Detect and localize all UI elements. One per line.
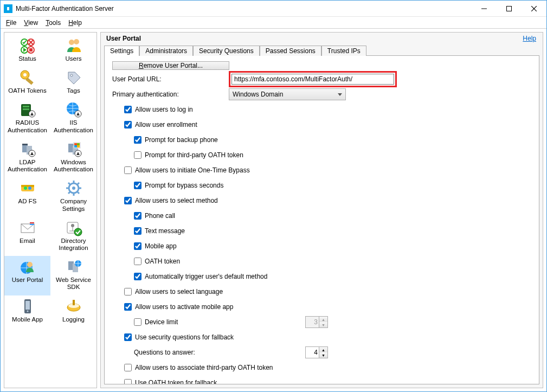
svg-rect-37 xyxy=(77,143,80,145)
svg-point-45 xyxy=(28,187,31,190)
sidebar-item-oath-tokens[interactable]: OATH Tokens xyxy=(4,67,50,99)
menubar: File View Tools Help xyxy=(1,17,546,29)
user-portal-url-input[interactable] xyxy=(231,74,394,85)
allow-enroll-checkbox[interactable]: Allow user enrollment xyxy=(112,119,531,131)
minimize-button[interactable] xyxy=(472,1,497,16)
tags-icon xyxy=(65,69,82,86)
svg-line-52 xyxy=(68,183,70,184)
url-highlight-box xyxy=(229,71,397,87)
tab-security-questions[interactable]: Security Questions xyxy=(193,46,260,56)
svg-rect-57 xyxy=(30,222,34,223)
windows-auth-icon xyxy=(65,140,82,158)
prompt-backup-checkbox[interactable]: Prompt for backup phone xyxy=(112,134,531,146)
logging-icon xyxy=(65,298,82,315)
mobile-app-icon xyxy=(19,298,36,315)
sidebar-item-email[interactable]: Email xyxy=(4,217,50,256)
sidebar-item-label: Tags xyxy=(67,87,80,94)
sidebar-item-radius-auth[interactable]: RADIUS Authentication xyxy=(4,99,50,138)
maximize-button[interactable] xyxy=(497,1,522,16)
tabset: SettingsAdministratorsSecurity Questions… xyxy=(101,43,543,55)
sidebar-item-label: Status xyxy=(18,55,36,62)
device-limit-row: Device limit 3 ▲▼ xyxy=(112,316,531,328)
menu-tools[interactable]: Tools xyxy=(46,19,61,27)
sidebar-item-logging[interactable]: Logging xyxy=(50,295,96,327)
svg-rect-70 xyxy=(25,301,30,310)
sidebar-item-adfs[interactable]: AD FS xyxy=(4,177,50,216)
sidebar-item-label: IIS Authentication xyxy=(52,119,95,133)
text-msg-checkbox[interactable]: Text message xyxy=(112,225,531,237)
sidebar-item-label: Mobile App xyxy=(12,316,43,323)
ldap-auth-icon xyxy=(19,140,36,158)
sidebar-item-status[interactable]: Status xyxy=(4,35,50,67)
svg-line-53 xyxy=(78,192,79,194)
menu-help[interactable]: Help xyxy=(68,19,82,27)
primary-auth-label: Primary authentication: xyxy=(112,91,223,98)
close-button[interactable] xyxy=(522,1,546,16)
svg-rect-18 xyxy=(25,78,34,85)
assoc-oath-checkbox[interactable]: Allow users to associate third-party OAT… xyxy=(112,362,531,374)
window-title: Multi-Factor Authentication Server xyxy=(16,5,472,12)
svg-line-54 xyxy=(78,183,79,184)
allow-login-checkbox[interactable]: Allow users to log in xyxy=(112,104,531,115)
prompt-bypass-sec-checkbox[interactable]: Prompt for bypass seconds xyxy=(112,179,531,191)
prompt-oath-checkbox[interactable]: Prompt for third-party OATH token xyxy=(112,149,531,161)
sidebar-item-directory-integration[interactable]: Directory Integration xyxy=(50,217,96,256)
tab-administrators[interactable]: Administrators xyxy=(139,46,193,56)
web-service-sdk-icon xyxy=(65,258,82,275)
allow-method-checkbox[interactable]: Allow users to select method xyxy=(112,195,531,207)
titlebar: Multi-Factor Authentication Server xyxy=(1,1,546,17)
svg-point-44 xyxy=(24,187,27,190)
svg-rect-58 xyxy=(30,224,34,225)
svg-rect-22 xyxy=(23,108,29,110)
tab-trusted-ips[interactable]: Trusted IPs xyxy=(321,46,366,56)
menu-view[interactable]: View xyxy=(24,19,38,27)
allow-bypass-checkbox[interactable]: Allow users to initiate One-Time Bypass xyxy=(112,164,531,176)
svg-point-14 xyxy=(69,40,74,45)
radius-auth-icon xyxy=(19,101,36,118)
device-limit-spinner: 3 ▲▼ xyxy=(305,316,328,328)
svg-point-60 xyxy=(71,224,74,227)
sidebar-item-label: Company Settings xyxy=(52,198,95,212)
allow-activate-checkbox[interactable]: Allow users to activate mobile app xyxy=(112,301,531,313)
device-limit-checkbox[interactable] xyxy=(134,318,141,326)
svg-marker-11 xyxy=(23,48,27,52)
phone-call-checkbox[interactable]: Phone call xyxy=(112,210,531,222)
user-portal-icon xyxy=(19,258,36,275)
remove-user-portal-button[interactable]: Remove User Portal... xyxy=(112,61,229,70)
sidebar-item-mobile-app[interactable]: Mobile App xyxy=(4,295,50,327)
tab-body-settings: Remove User Portal... User Portal URL: P… xyxy=(104,55,539,384)
sidebar-item-web-service-sdk[interactable]: Web Service SDK xyxy=(50,256,96,295)
sidebar-item-label: Email xyxy=(20,237,35,245)
allow-lang-checkbox[interactable]: Allow users to select language xyxy=(112,286,531,298)
page-title: User Portal xyxy=(106,35,523,42)
sidebar-item-company-settings[interactable]: Company Settings xyxy=(50,177,96,216)
sidebar-item-label: LDAP Authentication xyxy=(5,159,49,173)
sidebar-item-user-portal[interactable]: User Portal xyxy=(4,256,50,295)
sidebar-item-windows-auth[interactable]: Windows Authentication xyxy=(50,138,96,177)
menu-file[interactable]: File xyxy=(6,19,16,27)
svg-rect-1 xyxy=(7,7,9,10)
sidebar-item-label: Windows Authentication xyxy=(52,159,95,173)
sidebar-item-label: Users xyxy=(65,55,81,62)
svg-point-17 xyxy=(23,73,27,76)
tab-settings[interactable]: Settings xyxy=(104,46,139,56)
svg-rect-21 xyxy=(23,106,29,107)
oath-fallback-checkbox[interactable]: Use OATH token for fallback xyxy=(112,377,531,384)
svg-point-63 xyxy=(74,228,82,236)
svg-rect-38 xyxy=(74,145,77,147)
sidebar-item-iis-auth[interactable]: IIS Authentication xyxy=(50,99,96,138)
sidebar-item-users[interactable]: Users xyxy=(50,35,96,67)
sidebar-item-label: AD FS xyxy=(18,198,37,205)
sidebar-item-ldap-auth[interactable]: LDAP Authentication xyxy=(4,138,50,177)
primary-auth-select[interactable]: Windows Domain xyxy=(229,88,346,100)
sidebar-item-label: RADIUS Authentication xyxy=(5,119,49,133)
questions-answer-spinner[interactable]: 4 ▲▼ xyxy=(305,346,328,358)
mobile-app-checkbox[interactable]: Mobile app xyxy=(112,240,531,252)
help-link[interactable]: Help xyxy=(523,35,536,42)
sidebar-item-tags[interactable]: Tags xyxy=(50,67,96,99)
auto-trigger-checkbox[interactable]: Automatically trigger user's default met… xyxy=(112,271,531,282)
tab-passed-sessions[interactable]: Passed Sessions xyxy=(260,46,321,56)
security-questions-checkbox[interactable]: Use security questions for fallback xyxy=(112,331,531,343)
directory-integration-icon xyxy=(65,219,82,236)
oath-token-checkbox[interactable]: OATH token xyxy=(112,255,531,267)
